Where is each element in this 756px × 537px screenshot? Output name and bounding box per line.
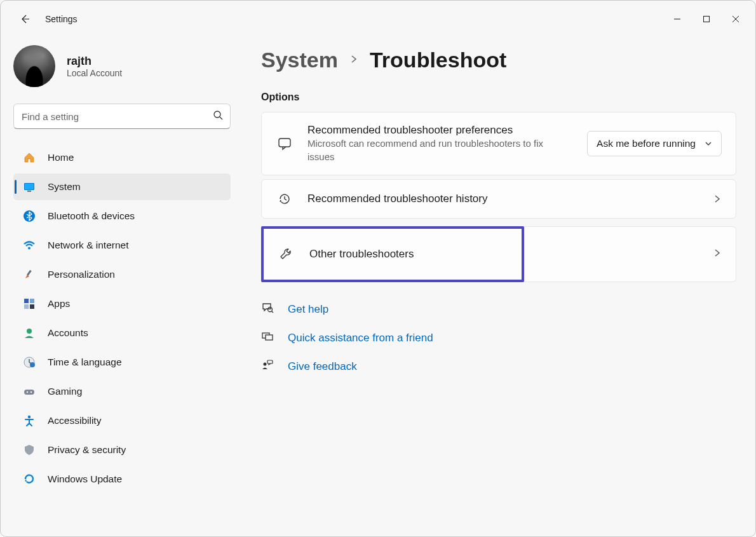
other-troubleshooters-highlight: Other troubleshooters bbox=[261, 226, 524, 282]
sidebar-item-label: Bluetooth & devices bbox=[48, 210, 135, 222]
get-help-link[interactable]: Get help bbox=[261, 301, 736, 317]
sidebar-item-accessibility[interactable]: Accessibility bbox=[13, 407, 231, 434]
svg-rect-8 bbox=[27, 191, 31, 192]
give-feedback-link[interactable]: Give feedback bbox=[261, 358, 736, 374]
sidebar-item-label: Gaming bbox=[48, 386, 82, 397]
sidebar-nav: Home System Bluetooth & devices Network … bbox=[13, 144, 231, 493]
breadcrumb-parent[interactable]: System bbox=[261, 48, 338, 72]
svg-point-21 bbox=[30, 391, 32, 393]
svg-point-16 bbox=[27, 329, 32, 334]
svg-rect-29 bbox=[267, 360, 273, 364]
sidebar-item-label: System bbox=[48, 181, 81, 193]
maximize-icon bbox=[703, 15, 710, 23]
chevron-down-icon bbox=[705, 140, 712, 147]
sidebar-item-bluetooth[interactable]: Bluetooth & devices bbox=[13, 203, 231, 229]
recommended-preferences-card: Recommended troubleshooter preferences M… bbox=[261, 112, 736, 175]
shield-icon bbox=[22, 443, 36, 457]
search-icon bbox=[213, 110, 223, 123]
apps-icon bbox=[22, 297, 36, 311]
sidebar-item-label: Apps bbox=[48, 298, 70, 309]
main-content: System Troubleshoot Options Recommended … bbox=[242, 37, 755, 536]
paintbrush-icon bbox=[22, 268, 36, 282]
sidebar-item-label: Windows Update bbox=[48, 473, 122, 485]
sidebar-item-home[interactable]: Home bbox=[13, 144, 231, 171]
card-title: Recommended troubleshooter history bbox=[307, 193, 699, 205]
avatar bbox=[13, 45, 55, 87]
sidebar-item-label: Accessibility bbox=[48, 415, 101, 426]
link-label[interactable]: Get help bbox=[288, 303, 328, 316]
quick-assist-link[interactable]: Quick assistance from a friend bbox=[261, 330, 736, 346]
svg-rect-13 bbox=[30, 299, 34, 303]
chevron-right-icon bbox=[713, 248, 722, 260]
svg-line-5 bbox=[220, 117, 222, 119]
profile-subtitle: Local Account bbox=[67, 68, 122, 78]
link-label[interactable]: Quick assistance from a friend bbox=[288, 332, 433, 344]
wrench-icon bbox=[278, 247, 295, 262]
svg-rect-15 bbox=[30, 304, 34, 309]
profile-block[interactable]: rajth Local Account bbox=[13, 45, 231, 87]
card-title: Recommended troubleshooter preferences bbox=[307, 124, 573, 137]
help-links: Get help Quick assistance from a friend … bbox=[261, 301, 736, 374]
titlebar: Settings bbox=[1, 1, 755, 37]
other-troubleshooters-card[interactable]: Other troubleshooters bbox=[264, 229, 522, 280]
person-icon bbox=[22, 326, 36, 340]
feedback-person-icon bbox=[261, 358, 275, 374]
svg-rect-12 bbox=[24, 299, 29, 303]
options-heading: Options bbox=[261, 92, 736, 103]
arrow-left-icon bbox=[20, 14, 30, 24]
sidebar-item-accounts[interactable]: Accounts bbox=[13, 320, 231, 346]
app-title: Settings bbox=[45, 14, 78, 24]
close-button[interactable] bbox=[721, 8, 750, 31]
sidebar-item-privacy[interactable]: Privacy & security bbox=[13, 437, 231, 463]
window-controls bbox=[663, 8, 750, 31]
minimize-icon bbox=[673, 15, 681, 23]
svg-rect-19 bbox=[24, 390, 34, 395]
sidebar-item-network[interactable]: Network & internet bbox=[13, 232, 231, 259]
svg-rect-23 bbox=[279, 139, 290, 147]
back-button[interactable] bbox=[13, 8, 36, 31]
sidebar-item-system[interactable]: System bbox=[13, 173, 231, 200]
wifi-icon bbox=[22, 238, 36, 252]
chat-icon bbox=[276, 136, 294, 151]
update-icon bbox=[22, 472, 36, 486]
svg-point-4 bbox=[214, 111, 220, 118]
sidebar-item-gaming[interactable]: Gaming bbox=[13, 378, 231, 405]
breadcrumb-current: Troubleshoot bbox=[370, 48, 506, 72]
svg-rect-7 bbox=[25, 184, 34, 189]
svg-point-28 bbox=[264, 363, 267, 366]
svg-line-25 bbox=[272, 311, 274, 313]
svg-point-22 bbox=[28, 416, 30, 418]
troubleshooter-preference-dropdown[interactable]: Ask me before running bbox=[587, 131, 722, 156]
screens-icon bbox=[261, 330, 275, 346]
gamepad-icon bbox=[22, 384, 36, 398]
chevron-right-icon bbox=[349, 55, 358, 66]
svg-point-10 bbox=[28, 247, 30, 250]
breadcrumb: System Troubleshoot bbox=[261, 48, 736, 72]
svg-point-20 bbox=[27, 391, 28, 393]
sidebar-item-personalization[interactable]: Personalization bbox=[13, 261, 231, 288]
troubleshooter-history-card[interactable]: Recommended troubleshooter history bbox=[261, 179, 736, 219]
sidebar-item-label: Network & internet bbox=[48, 240, 129, 251]
other-troubleshooters-card-right[interactable] bbox=[524, 226, 736, 282]
bluetooth-icon bbox=[22, 209, 36, 223]
search-box bbox=[13, 104, 231, 129]
sidebar: rajth Local Account Home System Bluetoot… bbox=[1, 37, 242, 536]
svg-rect-27 bbox=[266, 335, 273, 340]
minimize-button[interactable] bbox=[663, 8, 692, 31]
profile-name: rajth bbox=[67, 55, 122, 68]
search-input[interactable] bbox=[13, 104, 231, 129]
svg-point-24 bbox=[268, 308, 273, 312]
clock-globe-icon bbox=[22, 355, 36, 369]
link-label[interactable]: Give feedback bbox=[288, 360, 357, 373]
sidebar-item-update[interactable]: Windows Update bbox=[13, 466, 231, 493]
svg-point-18 bbox=[30, 362, 35, 367]
sidebar-item-apps[interactable]: Apps bbox=[13, 290, 231, 317]
maximize-button[interactable] bbox=[692, 8, 721, 31]
sidebar-item-time[interactable]: Time & language bbox=[13, 349, 231, 376]
sidebar-item-label: Accounts bbox=[48, 327, 88, 339]
svg-rect-11 bbox=[27, 270, 32, 276]
dropdown-value: Ask me before running bbox=[597, 138, 696, 149]
svg-rect-1 bbox=[704, 17, 710, 22]
card-subtitle: Microsoft can recommend and run troubles… bbox=[307, 137, 549, 163]
sidebar-item-label: Time & language bbox=[48, 357, 122, 368]
